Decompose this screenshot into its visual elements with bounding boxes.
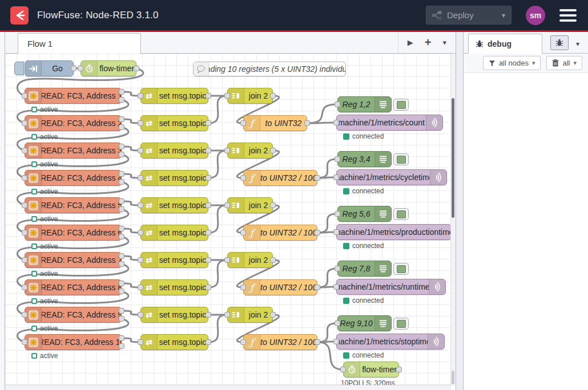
- node-join3[interactable]: join 2: [227, 197, 273, 213]
- port-out-0[interactable]: [119, 89, 124, 95]
- port-in[interactable]: [340, 367, 346, 372]
- node-read10[interactable]: READ: FC3, Address 10: [25, 334, 122, 350]
- wire[interactable]: [209, 260, 227, 287]
- port-in[interactable]: [333, 120, 339, 125]
- node-reg2[interactable]: Reg 3,4: [337, 151, 392, 167]
- port-in[interactable]: [22, 312, 27, 318]
- port-out[interactable]: [315, 175, 320, 181]
- port-out-1[interactable]: [119, 316, 124, 322]
- port-in[interactable]: [22, 339, 27, 345]
- port-out[interactable]: [206, 120, 211, 126]
- port-in[interactable]: [22, 257, 27, 263]
- node-reg3[interactable]: Reg 5,6: [337, 206, 392, 222]
- port-out-1[interactable]: [119, 343, 124, 349]
- port-out[interactable]: [270, 148, 276, 153]
- tab-list-chevron-icon[interactable]: ▾: [442, 38, 446, 47]
- debug-toggle-button[interactable]: [393, 153, 409, 165]
- node-set4[interactable]: ⇄set msg.topic: [140, 170, 208, 186]
- inject-button[interactable]: [14, 62, 24, 75]
- port-in[interactable]: [138, 339, 143, 345]
- port-out[interactable]: [206, 202, 211, 208]
- scrollbar-thumb-secondary[interactable]: [452, 371, 454, 384]
- port-in[interactable]: [240, 175, 246, 181]
- node-set9[interactable]: ⇄set msg.topic: [140, 307, 208, 323]
- node-mqtt4[interactable]: machine/1/metrics/runtime: [336, 279, 446, 295]
- scrollbar-thumb[interactable]: [452, 98, 454, 218]
- wire[interactable]: [209, 96, 227, 123]
- node-comment1[interactable]: Reading 10 registers (5 x UINT32) indivi…: [193, 62, 346, 76]
- node-func4[interactable]: ƒto UINT32 / 100: [243, 279, 317, 295]
- port-in[interactable]: [138, 202, 143, 208]
- node-ft2[interactable]: flow-timer: [343, 361, 399, 377]
- port-out[interactable]: [206, 285, 211, 290]
- port-in[interactable]: [224, 257, 230, 263]
- port-out-0[interactable]: [119, 198, 124, 204]
- debug-filter-bug-button[interactable]: [550, 35, 569, 50]
- port-out[interactable]: [206, 257, 211, 263]
- port-in[interactable]: [335, 266, 340, 271]
- flow-canvas[interactable]: Goflow-timerReading 10 registers (5 x UI…: [5, 54, 456, 390]
- wire[interactable]: [209, 315, 227, 342]
- port-in[interactable]: [240, 285, 246, 290]
- port-in[interactable]: [22, 120, 27, 126]
- port-in[interactable]: [240, 120, 246, 126]
- node-join1[interactable]: join 2: [227, 88, 273, 104]
- node-read6[interactable]: READ: FC3, Address 6: [25, 225, 122, 241]
- node-reg1[interactable]: Reg 1,2: [337, 96, 392, 112]
- user-avatar[interactable]: sm: [526, 6, 545, 25]
- debug-toggle-button[interactable]: [393, 263, 409, 275]
- node-set10[interactable]: ⇄set msg.topic: [140, 334, 208, 350]
- port-in[interactable]: [240, 230, 246, 235]
- port-out-0[interactable]: [119, 281, 124, 286]
- port-out-1[interactable]: [119, 261, 124, 267]
- node-func2[interactable]: ƒto UINT32 / 100: [243, 170, 317, 186]
- node-mqtt3[interactable]: machine/1/metrics/productiontime: [336, 224, 452, 240]
- port-in[interactable]: [78, 66, 83, 71]
- filter-nodes-button[interactable]: all nodes ▾: [483, 56, 541, 70]
- port-out[interactable]: [206, 93, 211, 99]
- port-in[interactable]: [224, 148, 230, 153]
- sidebar-resize-handle[interactable]: [456, 32, 464, 390]
- port-in[interactable]: [138, 120, 143, 126]
- port-in[interactable]: [22, 93, 27, 99]
- port-out-1[interactable]: [119, 179, 124, 185]
- node-reg4[interactable]: Reg 7,8: [337, 261, 392, 277]
- node-read3[interactable]: READ: FC3, Address 3: [25, 143, 122, 159]
- node-set2[interactable]: ⇄set msg.topic: [140, 115, 208, 131]
- node-set7[interactable]: ⇄set msg.topic: [140, 252, 208, 268]
- canvas-vertical-scrollbar[interactable]: [450, 54, 456, 385]
- debug-toggle-button[interactable]: [393, 99, 409, 111]
- port-in[interactable]: [333, 339, 339, 344]
- port-out[interactable]: [396, 367, 402, 372]
- port-in[interactable]: [224, 93, 230, 99]
- debug-toggle-button[interactable]: [393, 208, 409, 220]
- port-out-0[interactable]: [119, 226, 124, 231]
- port-in[interactable]: [138, 312, 143, 318]
- tab-debug[interactable]: debug: [468, 34, 542, 54]
- chevron-down-icon[interactable]: ▾: [502, 11, 505, 19]
- port-out[interactable]: [315, 339, 320, 345]
- port-out[interactable]: [270, 202, 276, 208]
- wire[interactable]: [209, 151, 227, 178]
- port-out-0[interactable]: [119, 335, 124, 341]
- port-in[interactable]: [333, 284, 339, 290]
- port-out-0[interactable]: [119, 253, 124, 259]
- port-out[interactable]: [206, 230, 211, 235]
- port-out[interactable]: [270, 312, 276, 318]
- deploy-button[interactable]: Deploy ▾: [426, 6, 512, 25]
- wire[interactable]: [308, 104, 337, 123]
- port-out[interactable]: [206, 148, 211, 153]
- menu-icon[interactable]: [559, 9, 577, 22]
- port-in[interactable]: [335, 156, 340, 162]
- port-in[interactable]: [22, 148, 27, 153]
- port-out-0[interactable]: [119, 116, 124, 122]
- port-out-0[interactable]: [119, 144, 124, 149]
- port-in[interactable]: [22, 230, 27, 235]
- debug-toggle-button[interactable]: [393, 318, 409, 330]
- tab-flow-1[interactable]: Flow 1: [18, 33, 141, 54]
- port-out[interactable]: [315, 285, 320, 290]
- port-out-1[interactable]: [119, 97, 124, 103]
- node-join5[interactable]: join 2: [227, 307, 273, 323]
- port-out[interactable]: [206, 175, 211, 181]
- port-out[interactable]: [315, 230, 320, 235]
